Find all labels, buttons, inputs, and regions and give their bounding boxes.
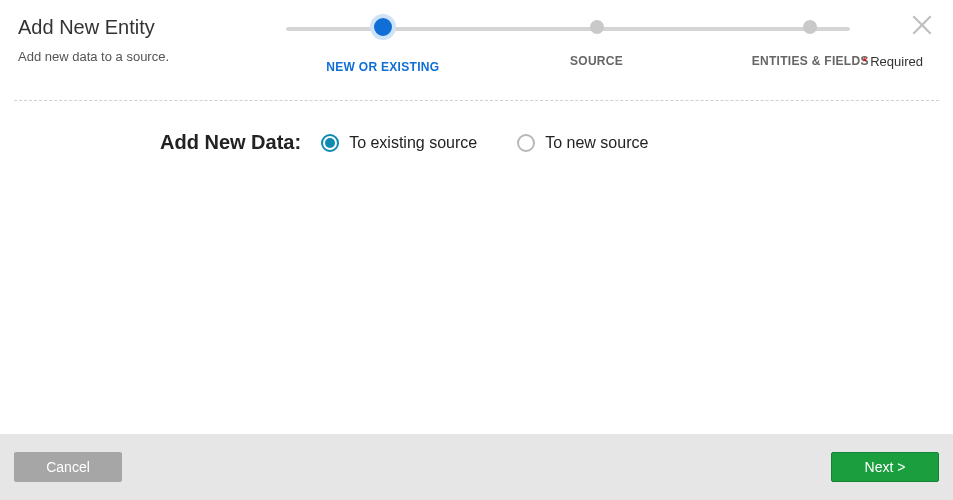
next-button[interactable]: Next > xyxy=(831,452,939,482)
radio-label: To existing source xyxy=(349,134,477,152)
radio-existing-source[interactable]: To existing source xyxy=(321,134,477,152)
dialog-footer: Cancel Next > xyxy=(0,434,953,500)
required-star-icon: * xyxy=(862,54,867,69)
step-label: SOURCE xyxy=(570,54,623,68)
required-indicator: *Required xyxy=(862,54,923,69)
radio-icon xyxy=(517,134,535,152)
radio-icon xyxy=(321,134,339,152)
add-new-data-label: Add New Data: xyxy=(160,131,301,154)
step-label: ENTITIES & FIELDS xyxy=(752,54,869,68)
dialog-header: Add New Entity Add new data to a source.… xyxy=(0,0,953,74)
stepper: NEW OR EXISTING SOURCE ENTITIES & FIELDS xyxy=(258,16,935,74)
radio-new-source[interactable]: To new source xyxy=(517,134,648,152)
step-source[interactable]: SOURCE xyxy=(490,20,704,74)
source-choice-radio-group: To existing source To new source xyxy=(321,134,648,152)
cancel-button[interactable]: Cancel xyxy=(14,452,122,482)
step-label: NEW OR EXISTING xyxy=(326,60,439,74)
radio-label: To new source xyxy=(545,134,648,152)
dialog-subtitle: Add new data to a source. xyxy=(18,49,258,64)
header-text-block: Add New Entity Add new data to a source. xyxy=(18,16,258,64)
step-dot-icon xyxy=(803,20,817,34)
radio-dot-icon xyxy=(325,138,335,148)
step-new-or-existing[interactable]: NEW OR EXISTING xyxy=(276,20,490,74)
step-dot-icon xyxy=(590,20,604,34)
dialog-title: Add New Entity xyxy=(18,16,258,39)
step-dot-icon xyxy=(370,14,396,40)
header-divider xyxy=(14,100,939,101)
add-new-data-row: Add New Data: To existing source To new … xyxy=(0,131,953,154)
required-label: Required xyxy=(870,54,923,69)
close-icon[interactable] xyxy=(909,12,935,38)
